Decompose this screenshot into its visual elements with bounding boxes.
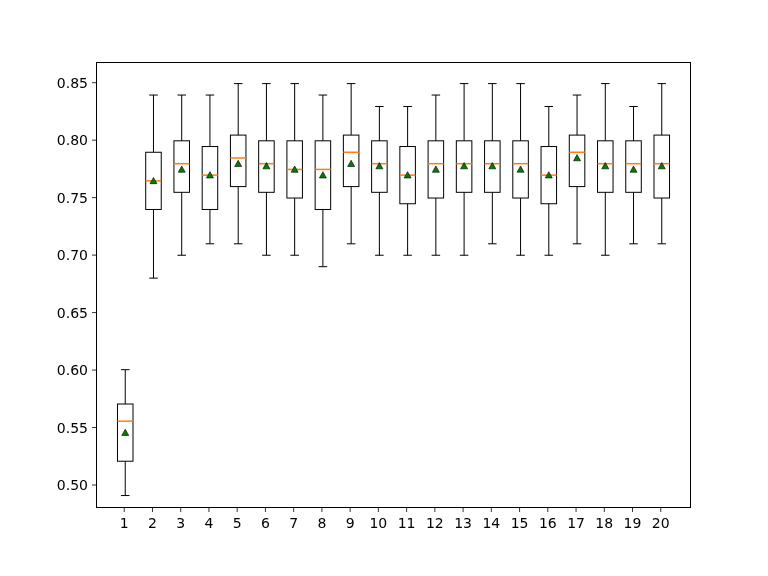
x-tick-label: 7 [289,515,298,531]
svg-marker-118 [574,155,581,161]
y-tick-label: 0.55 [57,420,88,436]
x-tick-label: 8 [317,515,326,531]
x-tick-label: 18 [595,515,613,531]
y-tick-label: 0.70 [57,247,88,263]
y-tick-label: 0.60 [57,362,88,378]
x-tick-label: 15 [511,515,529,531]
x-tick-label: 3 [176,515,185,531]
svg-marker-132 [630,166,637,172]
y-axis-ticks: 0.500.550.600.650.700.750.800.85 [0,0,96,576]
x-tick-label: 1 [120,515,129,531]
svg-marker-34 [235,160,242,166]
y-tick-label: 0.50 [57,477,88,493]
y-tick-label: 0.80 [57,132,88,148]
x-tick-label: 4 [204,515,213,531]
svg-marker-62 [348,160,355,166]
x-tick-label: 17 [567,515,585,531]
x-tick-label: 9 [346,515,355,531]
x-tick-label: 14 [482,515,500,531]
x-tick-label: 19 [624,515,642,531]
x-tick-label: 12 [426,515,444,531]
svg-marker-83 [432,166,439,172]
x-tick-label: 16 [539,515,557,531]
y-tick-label: 0.65 [57,305,88,321]
x-tick-label: 10 [369,515,387,531]
svg-marker-6 [122,429,129,435]
figure: 0.500.550.600.650.700.750.800.85 1234567… [0,0,768,576]
plot-axes [96,62,691,508]
x-tick-label: 11 [398,515,416,531]
x-tick-label: 2 [148,515,157,531]
svg-marker-104 [517,166,524,172]
plot-svg [97,63,690,507]
x-tick-label: 20 [652,515,670,531]
svg-marker-20 [178,166,185,172]
y-tick-label: 0.75 [57,190,88,206]
x-tick-label: 13 [454,515,472,531]
x-tick-label: 6 [261,515,270,531]
x-tick-label: 5 [233,515,242,531]
y-tick-label: 0.85 [57,75,88,91]
x-axis-ticks: 1234567891011121314151617181920 [0,508,768,576]
svg-marker-55 [319,172,326,178]
